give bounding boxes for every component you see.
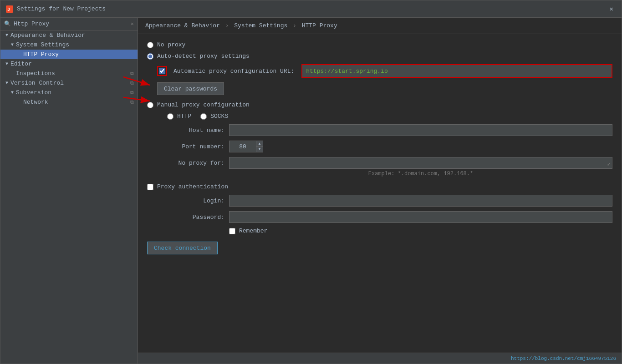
sidebar-item-appearance-behavior[interactable]: ▼ Appearance & Behavior	[0, 30, 138, 40]
breadcrumb-separator: ›	[293, 22, 300, 29]
expand-arrow-icon: ▼	[4, 81, 10, 86]
manual-proxy-label[interactable]: Manual proxy configuration	[147, 101, 250, 108]
sidebar: 🔍 ✕ ▼ Appearance & Behavior ▼ System Set…	[0, 18, 138, 364]
sidebar-item-label: Editor	[10, 61, 134, 67]
breadcrumb-separator: ›	[225, 22, 233, 29]
port-spinner-group: ▲ ▼	[229, 141, 263, 152]
proxy-auth-text: Proxy authentication	[157, 183, 228, 190]
manual-proxy-row: Manual proxy configuration	[147, 101, 612, 108]
proxy-auth-label[interactable]: Proxy authentication	[147, 183, 228, 190]
status-url: https://blog.csdn.net/cmj1664975126	[511, 356, 616, 361]
sidebar-item-http-proxy[interactable]: HTTP Proxy	[0, 50, 138, 59]
proxy-url-input[interactable]	[302, 65, 612, 77]
main-panel: Appearance & Behavior › System Settings …	[138, 18, 622, 364]
close-button[interactable]: ✕	[607, 4, 616, 14]
settings-window: J Settings for New Projects ✕ 🔍 ✕ ▼ Appe…	[0, 0, 622, 364]
sidebar-item-network[interactable]: Network ⧉	[0, 97, 138, 107]
sidebar-item-subversion[interactable]: ▼ Subversion ⧉	[0, 88, 138, 97]
host-name-label: Host name:	[147, 127, 229, 134]
port-number-input[interactable]	[229, 141, 256, 152]
port-number-label: Port number:	[147, 143, 229, 150]
sidebar-item-label: HTTP Proxy	[23, 51, 134, 58]
auto-detect-text: Auto-detect proxy settings	[157, 53, 250, 60]
sidebar-item-label: Version Control	[10, 80, 128, 86]
no-proxy-radio[interactable]	[147, 42, 153, 48]
login-label: Login:	[147, 197, 229, 204]
sidebar-item-label: Network	[23, 99, 128, 106]
auto-detect-radio[interactable]	[147, 53, 153, 60]
proxy-url-input-box	[301, 64, 612, 78]
sidebar-item-label: System Settings	[16, 41, 134, 48]
remember-checkbox[interactable]	[229, 228, 235, 234]
search-input[interactable]	[14, 20, 128, 27]
content-area: 🔍 ✕ ▼ Appearance & Behavior ▼ System Set…	[0, 18, 622, 364]
host-name-input[interactable]	[229, 124, 612, 136]
example-text: Example: *.domain.com, 192.168.*	[147, 171, 612, 177]
remember-label: Remember	[239, 228, 267, 234]
proxy-auth-row: Proxy authentication	[147, 183, 612, 190]
breadcrumb-part-3: HTTP Proxy	[302, 22, 337, 29]
breadcrumb-part-2: System Settings	[234, 22, 287, 29]
clear-passwords-row: Clear passwords	[147, 82, 612, 95]
expand-icon: ⤢	[607, 162, 611, 167]
proxy-auth-checkbox[interactable]	[147, 184, 153, 190]
no-proxy-for-input[interactable]	[229, 157, 612, 169]
search-bar: 🔍 ✕	[0, 18, 138, 30]
host-name-row: Host name:	[147, 124, 612, 136]
sidebar-item-label: Inspections	[16, 70, 128, 77]
socks-radio[interactable]	[200, 113, 207, 120]
sidebar-item-inspections[interactable]: Inspections ⧉	[0, 69, 138, 78]
expand-arrow-icon: ▼	[10, 90, 15, 96]
login-input[interactable]	[229, 195, 612, 207]
remember-row: Remember	[147, 228, 612, 234]
expand-arrow-icon: ▼	[4, 33, 10, 38]
http-radio-label[interactable]: HTTP	[167, 113, 191, 120]
http-radio[interactable]	[167, 113, 173, 120]
expand-arrow-icon: ▼	[4, 61, 10, 67]
auto-detect-row: Auto-detect proxy settings	[147, 53, 612, 60]
expand-arrow-icon: ▼	[10, 42, 15, 48]
clear-passwords-button[interactable]: Clear passwords	[157, 82, 224, 95]
port-up-button[interactable]: ▲	[256, 141, 263, 147]
sidebar-item-label: Subversion	[16, 89, 128, 96]
sidebar-item-version-control[interactable]: ▼ Version Control ⧉	[0, 78, 138, 88]
http-socks-row: HTTP SOCKS	[147, 113, 612, 120]
copy-icon: ⧉	[130, 90, 134, 96]
no-proxy-text: No proxy	[157, 41, 185, 48]
copy-icon: ⧉	[130, 81, 134, 86]
check-connection-button[interactable]: Check connection	[147, 242, 218, 254]
status-bar: https://blog.csdn.net/cmj1664975126	[138, 353, 622, 364]
no-proxy-for-row: No proxy for: ⤢	[147, 157, 612, 169]
copy-icon: ⧉	[130, 100, 134, 105]
title-bar: J Settings for New Projects ✕	[0, 0, 622, 18]
password-row: Password:	[147, 211, 612, 223]
copy-icon: ⧉	[130, 71, 134, 76]
manual-proxy-radio[interactable]	[147, 102, 153, 108]
breadcrumb: Appearance & Behavior › System Settings …	[138, 18, 622, 34]
sidebar-item-label: Appearance & Behavior	[10, 32, 134, 39]
port-down-button[interactable]: ▼	[256, 147, 263, 152]
search-icon: 🔍	[4, 20, 11, 27]
breadcrumb-part-1: Appearance & Behavior	[145, 22, 220, 29]
search-clear-icon[interactable]: ✕	[131, 20, 134, 27]
svg-text:J: J	[7, 7, 10, 12]
no-proxy-for-label: No proxy for:	[147, 160, 229, 167]
port-spinner: ▲ ▼	[256, 141, 263, 152]
proxy-config-checkbox-box	[157, 66, 167, 76]
password-label: Password:	[147, 214, 229, 221]
auto-proxy-config-checkbox[interactable]	[159, 68, 165, 74]
app-icon: J	[6, 5, 13, 13]
no-proxy-for-wrapper: ⤢	[229, 157, 612, 169]
password-input[interactable]	[229, 211, 612, 223]
socks-label: SOCKS	[210, 113, 228, 120]
proxy-config-row: Automatic proxy configuration URL:	[147, 64, 612, 78]
sidebar-item-system-settings[interactable]: ▼ System Settings	[0, 40, 138, 50]
sidebar-item-editor[interactable]: ▼ Editor	[0, 59, 138, 69]
check-connection-row: Check connection	[147, 242, 612, 254]
no-proxy-label[interactable]: No proxy	[147, 41, 185, 48]
window-title: Settings for New Projects	[17, 5, 607, 12]
auto-detect-label[interactable]: Auto-detect proxy settings	[147, 53, 250, 60]
socks-radio-label[interactable]: SOCKS	[200, 113, 228, 120]
no-proxy-row: No proxy	[147, 41, 612, 48]
panel-content: No proxy Auto-detect proxy settings Auto…	[138, 34, 622, 353]
